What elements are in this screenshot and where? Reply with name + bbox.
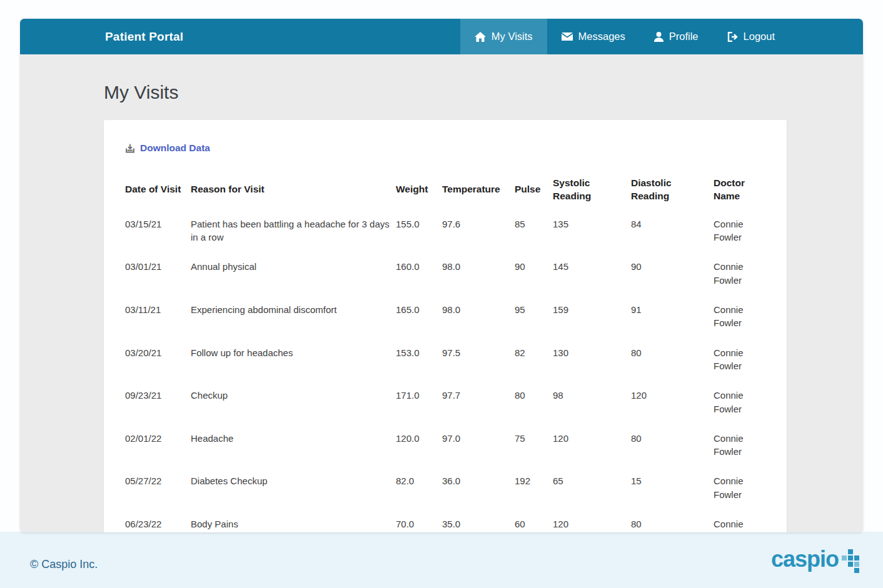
table-cell: 155.0: [396, 209, 442, 252]
table-cell: 165.0: [396, 295, 442, 338]
caspio-wordmark: caspio: [771, 548, 839, 571]
table-cell: 145: [553, 252, 631, 295]
column-header: Diastolic Reading: [631, 171, 714, 209]
table-cell: 159: [553, 295, 631, 338]
table-cell: 98.0: [442, 295, 515, 338]
nav-item-label: Logout: [744, 31, 775, 42]
table-row: 03/20/21Follow up for headaches153.097.5…: [125, 338, 776, 381]
table-cell: Checkup: [191, 381, 396, 424]
column-header: Date of Visit: [125, 171, 191, 209]
column-header: Systolic Reading: [553, 171, 631, 209]
table-row: 03/01/21Annual physical160.098.09014590C…: [125, 252, 776, 295]
table-cell: 15: [631, 466, 714, 509]
app-frame: Patient Portal My VisitsMessagesProfileL…: [20, 19, 863, 532]
main-nav: My VisitsMessagesProfileLogout: [460, 19, 863, 54]
table-cell: Annual physical: [191, 252, 396, 295]
table-row: 09/23/21Checkup171.097.78098120Connie Fo…: [125, 381, 776, 424]
column-header: Reason for Visit: [191, 171, 396, 209]
table-cell: 90: [631, 252, 714, 295]
table-cell: 03/01/21: [125, 252, 191, 295]
table-cell: 03/20/21: [125, 338, 191, 381]
visits-card: Download Data Date of VisitReason for Vi…: [104, 120, 787, 532]
table-cell: 09/23/21: [125, 381, 191, 424]
table-cell: Body Pains: [191, 509, 396, 532]
table-cell: Headache: [191, 424, 396, 467]
table-row: 02/01/22Headache120.097.07512080Connie F…: [125, 424, 776, 467]
page-footer: © Caspio Inc. caspio: [0, 532, 883, 588]
table-cell: 135: [553, 209, 631, 252]
table-cell: Connie Fowler: [714, 252, 776, 295]
table-cell: 84: [631, 209, 714, 252]
app-header: Patient Portal My VisitsMessagesProfileL…: [20, 19, 863, 54]
table-cell: 65: [553, 466, 631, 509]
table-cell: 120: [553, 509, 631, 532]
table-cell: Connie Fowler: [714, 509, 776, 532]
table-cell: 91: [631, 295, 714, 338]
table-cell: 120.0: [396, 424, 442, 467]
table-cell: 05/27/22: [125, 466, 191, 509]
nav-item-messages[interactable]: Messages: [547, 19, 640, 54]
table-cell: 97.6: [442, 209, 515, 252]
table-cell: Diabetes Checkup: [191, 466, 396, 509]
table-cell: 03/11/21: [125, 295, 191, 338]
app-title: Patient Portal: [20, 19, 183, 54]
table-cell: Connie Fowler: [714, 466, 776, 509]
table-cell: 171.0: [396, 381, 442, 424]
nav-item-label: My Visits: [492, 31, 533, 42]
table-row: 06/23/22Body Pains70.035.06012080Connie …: [125, 509, 776, 532]
table-cell: Experiencing abdominal discomfort: [191, 295, 396, 338]
table-cell: Connie Fowler: [714, 381, 776, 424]
column-header: Pulse: [515, 171, 553, 209]
logout-icon: [727, 32, 738, 42]
table-cell: 36.0: [442, 466, 515, 509]
table-cell: 03/15/21: [125, 209, 191, 252]
table-cell: 06/23/22: [125, 509, 191, 532]
caspio-logo: caspio: [771, 548, 859, 573]
table-cell: 60: [515, 509, 553, 532]
table-cell: 98: [553, 381, 631, 424]
table-cell: 80: [515, 381, 553, 424]
table-cell: 80: [631, 424, 714, 467]
table-cell: 97.5: [442, 338, 515, 381]
nav-item-label: Messages: [578, 31, 625, 42]
table-cell: 95: [515, 295, 553, 338]
table-cell: 120: [553, 424, 631, 467]
download-data-link[interactable]: Download Data: [125, 142, 210, 154]
table-cell: Follow up for headaches: [191, 338, 396, 381]
nav-item-label: Profile: [669, 31, 699, 42]
table-header: Date of VisitReason for VisitWeightTempe…: [125, 171, 776, 209]
download-icon: [125, 143, 135, 154]
table-cell: 82.0: [396, 466, 442, 509]
table-cell: 97.0: [442, 424, 515, 467]
nav-item-profile[interactable]: Profile: [640, 19, 713, 54]
visits-table: Date of VisitReason for VisitWeightTempe…: [125, 171, 776, 533]
table-cell: 153.0: [396, 338, 442, 381]
table-cell: Connie Fowler: [714, 295, 776, 338]
table-cell: 90: [515, 252, 553, 295]
nav-item-my-visits[interactable]: My Visits: [460, 19, 547, 54]
table-cell: Patient has been battling a headache for…: [191, 209, 396, 252]
table-cell: 70.0: [396, 509, 442, 532]
table-cell: Connie Fowler: [714, 209, 776, 252]
table-cell: 85: [515, 209, 553, 252]
copyright-text: © Caspio Inc.: [30, 558, 98, 571]
table-cell: 80: [631, 338, 714, 381]
table-row: 03/15/21Patient has been battling a head…: [125, 209, 776, 252]
table-cell: 192: [515, 466, 553, 509]
column-header: Doctor Name: [714, 171, 776, 209]
table-cell: 160.0: [396, 252, 442, 295]
table-row: 05/27/22Diabetes Checkup82.036.01926515C…: [125, 466, 776, 509]
envelope-icon: [562, 32, 573, 41]
home-icon: [475, 32, 486, 42]
download-label: Download Data: [140, 142, 210, 154]
nav-item-logout[interactable]: Logout: [713, 19, 789, 54]
table-cell: 35.0: [442, 509, 515, 532]
table-cell: 130: [553, 338, 631, 381]
table-cell: 120: [631, 381, 714, 424]
column-header: Temperature: [442, 171, 515, 209]
table-row: 03/11/21Experiencing abdominal discomfor…: [125, 295, 776, 338]
caspio-logo-squares: [842, 549, 859, 573]
table-cell: Connie Fowler: [714, 338, 776, 381]
page-title: My Visits: [104, 54, 863, 103]
content-area: My Visits Download Data: [20, 54, 863, 532]
